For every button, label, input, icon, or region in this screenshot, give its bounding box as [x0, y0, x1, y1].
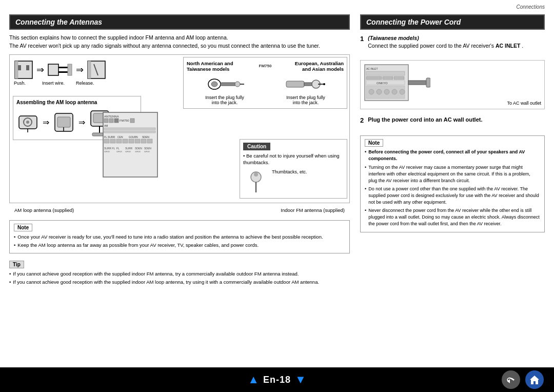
svg-text:FM750: FM750 [120, 119, 129, 122]
step2-content: Plug the power cord into an AC wall outl… [368, 116, 545, 123]
step2-desc: Plug the power cord into an AC wall outl… [368, 116, 545, 123]
right-note-text: • Before connecting the power cord, conn… [365, 149, 540, 228]
caution-box: Caution • Be careful not to injure yours… [240, 139, 347, 199]
svg-text:SPKR: SPKR [116, 150, 122, 153]
page-number: En-18 [263, 375, 291, 385]
svg-rect-49 [123, 139, 128, 143]
fm-box-header: North American and Taiwanese models FM75… [187, 61, 344, 72]
svg-rect-69 [366, 71, 405, 75]
home-icon [529, 374, 540, 385]
am-step1-icon [16, 111, 39, 134]
push-row: ⇒ ⇒ [14, 60, 106, 80]
svg-rect-2 [26, 65, 29, 70]
left-column: Connecting the Antennas This section exp… [9, 14, 350, 361]
power-cord-section-header: Connecting the Power Cord [360, 14, 545, 30]
svg-text:AC INLET: AC INLET [366, 67, 378, 70]
connections-label: Connections [516, 4, 545, 10]
svg-point-77 [377, 89, 382, 94]
svg-text:ONKYO: ONKYO [377, 82, 388, 85]
back-button[interactable] [502, 370, 520, 389]
tip-box: Tip • If you cannot achieve good recepti… [9, 261, 350, 287]
tip-header: Tip [9, 261, 24, 268]
am-step2-icon [52, 111, 75, 134]
antennas-section-header: Connecting the Antennas [9, 14, 350, 30]
receiver-power-svg: AC INLET ONKYO [364, 64, 430, 105]
svg-text:SPKR: SPKR [104, 150, 110, 153]
home-button[interactable] [525, 370, 544, 389]
bottom-bar: ▲ En-18 ▼ [0, 367, 554, 392]
page-header: Connections [516, 4, 545, 10]
wall-icon [14, 60, 33, 80]
svg-text:FL SURR: FL SURR [104, 135, 115, 139]
svg-text:SDEN: SDEN [144, 147, 151, 150]
svg-rect-9 [88, 61, 91, 79]
receiver-svg: ANTENNA FM750 AM FL SURR CEN GOLBN SDEN [102, 111, 159, 178]
diagrams-area: ⇒ ⇒ Push. Insert wire. [9, 54, 350, 203]
intro-text: This section explains how to connect the… [9, 34, 350, 50]
thumbtack-svg [243, 169, 269, 195]
svg-point-23 [26, 121, 29, 124]
svg-text:GOLBN: GOLBN [129, 135, 138, 139]
next-page-icon[interactable]: ▼ [295, 373, 306, 386]
bottom-icons-right [502, 370, 544, 389]
thumbtack-row: Thumbtacks, etc. [243, 169, 344, 195]
step2-number: 2 [360, 116, 364, 124]
step1-desc: Connect the supplied power cord to the A… [368, 42, 545, 50]
fm-right-plug-svg [285, 75, 326, 93]
svg-point-20 [323, 83, 325, 85]
svg-rect-4 [48, 64, 58, 75]
svg-point-78 [384, 89, 389, 94]
svg-point-14 [235, 82, 240, 87]
svg-rect-40 [104, 128, 155, 130]
release-icon [87, 60, 106, 80]
step1-row: 1 (Taiwanese models) Connect the supplie… [360, 35, 545, 50]
svg-rect-5 [58, 67, 68, 68]
svg-rect-82 [426, 78, 430, 87]
step2-row: 2 Plug the power cord into an AC wall ou… [360, 116, 545, 124]
right-note-box: Note • Before connecting the power cord,… [360, 135, 545, 233]
power-cord-diagram: AC INLET ONKYO [360, 60, 545, 109]
fm750-label: FM750 [259, 64, 272, 68]
step1-number: 1 [360, 35, 364, 43]
svg-rect-35 [109, 119, 113, 123]
fm-left-plug-svg [204, 75, 245, 93]
svg-point-12 [211, 82, 217, 87]
note-bullets: • Once your AV receiver is ready for use… [14, 233, 345, 249]
caution-header: Caution [243, 143, 270, 150]
svg-rect-51 [135, 139, 140, 143]
svg-point-66 [254, 172, 258, 177]
diagram-bottom-labels: AM loop antenna (supplied) Indoor FM ant… [9, 207, 350, 213]
svg-rect-81 [408, 81, 426, 85]
fm-box: North American and Taiwanese models FM75… [183, 57, 347, 109]
svg-text:SDEN: SDEN [142, 135, 149, 139]
svg-text:FL: FL [116, 147, 120, 150]
svg-rect-71 [383, 76, 393, 80]
svg-text:AM: AM [104, 124, 108, 127]
svg-rect-6 [58, 71, 68, 73]
note-header: Note [14, 224, 32, 231]
svg-rect-72 [394, 76, 404, 80]
svg-marker-83 [530, 376, 539, 384]
back-icon [505, 374, 517, 385]
right-note-header: Note [365, 139, 383, 147]
prev-page-icon[interactable]: ▲ [248, 373, 259, 386]
svg-rect-70 [366, 76, 382, 80]
svg-rect-16 [286, 81, 304, 87]
svg-text:SPKR: SPKR [135, 150, 141, 153]
plug-insert-icon [47, 60, 73, 80]
step1-content: (Taiwanese models) Connect the supplied … [368, 35, 545, 50]
to-ac-label: To AC wall outlet [507, 101, 541, 106]
thumbtacks-label: Thumbtacks, etc. [272, 169, 307, 174]
svg-text:SURR FL: SURR FL [104, 147, 115, 150]
left-note-box: Note • Once your AV receiver is ready fo… [9, 220, 350, 254]
svg-rect-38 [130, 119, 134, 123]
svg-text:SDEN: SDEN [135, 147, 142, 150]
svg-rect-26 [57, 117, 70, 127]
svg-rect-46 [104, 139, 109, 143]
svg-rect-52 [141, 139, 146, 143]
svg-text:ANTENNA: ANTENNA [104, 115, 119, 118]
svg-point-79 [392, 89, 397, 94]
fm-instructions-row: Insert the plug fully into the jack. [187, 75, 344, 105]
am-section-title: Assembling the AM loop antenna [16, 100, 137, 105]
svg-rect-1 [18, 65, 21, 70]
